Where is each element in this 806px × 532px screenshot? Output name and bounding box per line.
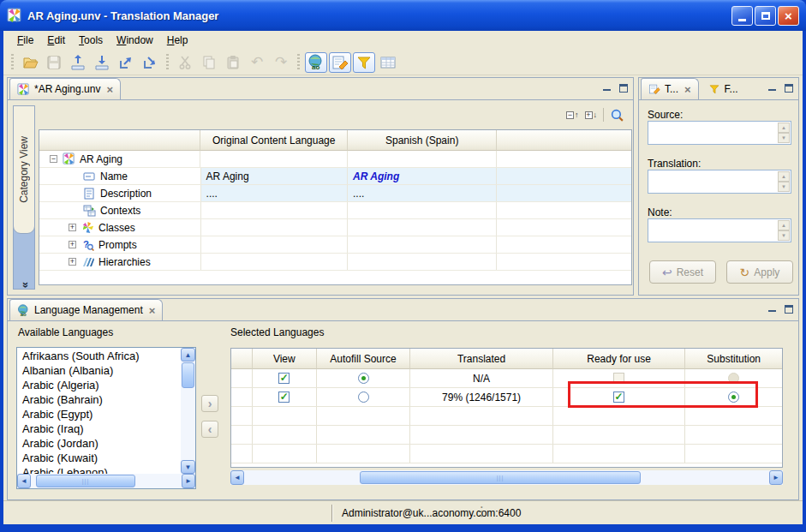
ready-for-use-checkbox[interactable] — [613, 392, 624, 403]
scrollbar-thumb[interactable] — [182, 362, 194, 388]
remove-language-button[interactable]: ‹ — [201, 421, 218, 438]
close-button[interactable]: × — [778, 6, 799, 26]
source-field[interactable]: ▲ ▼ — [648, 121, 791, 145]
list-item[interactable]: Arabic (Algeria) — [17, 378, 181, 392]
cell-spanish-translated[interactable]: AR Aging — [348, 168, 497, 184]
toolbar-grip[interactable] — [166, 54, 169, 71]
cell-original[interactable] — [200, 151, 348, 167]
scroll-down-icon[interactable]: ▼ — [778, 182, 790, 192]
view-maximize-icon[interactable] — [785, 305, 793, 314]
table-horizontal-scrollbar[interactable]: ◄ ► — [230, 470, 783, 485]
editor-tab-ar-aging[interactable]: *AR Aging.unv × — [9, 78, 121, 99]
cell-original[interactable] — [201, 236, 348, 253]
tree-row-hierarchies[interactable]: + Hierarchies — [39, 254, 631, 271]
language-row-2[interactable]: 79% (1246/1571) — [231, 388, 782, 407]
scroll-up-icon[interactable]: ▲ — [778, 220, 790, 230]
expand-toggle-icon[interactable]: + — [69, 258, 76, 266]
list-item[interactable]: Arabic (Iraq) — [17, 421, 181, 436]
tree-row-ar-aging[interactable]: − AR Aging — [39, 151, 631, 168]
scroll-down-icon[interactable]: ▼ — [778, 230, 790, 241]
scroll-down-icon[interactable]: ▼ — [181, 460, 195, 474]
tree-row-contexts[interactable]: Contexts — [39, 202, 631, 219]
tree-row-description[interactable]: Description .... .... — [39, 185, 631, 202]
open-button[interactable] — [19, 52, 41, 73]
view-checkbox[interactable] — [278, 373, 290, 384]
col-header-translated[interactable]: Translated — [410, 349, 552, 369]
export-translations-button[interactable] — [67, 52, 89, 73]
tree-row-prompts[interactable]: + ? Prompts — [39, 236, 631, 254]
translation-editor-button[interactable] — [329, 52, 351, 73]
paste-button[interactable] — [222, 52, 244, 73]
view-minimize-icon[interactable] — [768, 84, 778, 93]
tab-text-editor[interactable]: T... × — [641, 78, 699, 99]
col-header-ready-for-use[interactable]: Ready for use — [553, 349, 686, 369]
view-maximize-icon[interactable] — [619, 84, 628, 93]
collapse-chevron-icon[interactable]: « — [18, 274, 31, 296]
menu-edit[interactable]: Edit — [40, 32, 72, 49]
menu-tools[interactable]: Tools — [72, 32, 110, 49]
expand-all-button[interactable]: + ↓ — [585, 111, 598, 119]
maximize-button[interactable] — [755, 6, 776, 26]
list-item[interactable]: Arabic (Kuwait) — [17, 451, 181, 465]
ready-for-use-checkbox[interactable] — [613, 373, 624, 384]
horizontal-scrollbar[interactable]: ◄ ► — [17, 474, 195, 488]
tree-row-name[interactable]: Name AR Aging AR Aging — [39, 168, 631, 185]
save-button[interactable] — [43, 52, 65, 73]
language-management-button[interactable]: ao — [305, 52, 327, 73]
scroll-up-icon[interactable]: ▲ — [778, 123, 790, 133]
view-checkbox[interactable] — [278, 392, 290, 403]
add-language-button[interactable]: › — [201, 395, 218, 412]
vertical-scrollbar[interactable]: ▲ ▼ — [181, 348, 195, 474]
redo-button[interactable]: ↷ — [270, 52, 292, 73]
apply-button[interactable]: ↻ Apply — [726, 260, 793, 284]
tab-close-icon[interactable]: × — [149, 304, 156, 317]
search-icon[interactable] — [610, 108, 624, 123]
col-header-autofill-source[interactable]: Autofill Source — [317, 349, 411, 369]
scroll-right-icon[interactable]: ► — [182, 474, 195, 488]
collapse-all-button[interactable]: − ↑ — [566, 111, 579, 119]
cell-spanish[interactable] — [348, 219, 497, 236]
scrollbar-thumb[interactable] — [36, 475, 135, 487]
tab-close-icon[interactable]: × — [106, 83, 113, 96]
scrollbar-thumb[interactable] — [360, 471, 641, 484]
scroll-right-icon[interactable]: ► — [769, 470, 783, 485]
cell-original[interactable]: .... — [201, 185, 348, 201]
col-header-substitution[interactable]: Substitution — [685, 349, 782, 369]
export-to-file-button[interactable] — [115, 52, 137, 73]
scroll-up-icon[interactable]: ▲ — [778, 171, 790, 182]
col-header-original[interactable]: Original Content Language — [200, 130, 348, 151]
filter-button[interactable] — [353, 52, 375, 73]
tab-category-view[interactable]: Category View — [13, 105, 35, 234]
undo-button[interactable]: ↶ — [246, 52, 268, 73]
list-item[interactable]: Albanian (Albania) — [17, 363, 181, 378]
col-header-view[interactable]: View — [253, 349, 317, 369]
toolbar-grip[interactable] — [297, 54, 300, 71]
cell-original[interactable]: AR Aging — [201, 168, 348, 184]
autofill-source-radio[interactable] — [358, 373, 369, 384]
list-item[interactable]: Arabic (Lebanon) — [17, 465, 181, 474]
tab-filter[interactable]: F... — [701, 78, 746, 99]
tab-language-management[interactable]: ao Language Management × — [9, 299, 163, 320]
reset-button[interactable]: ↩ Reset — [649, 260, 716, 284]
cell-view-button[interactable] — [377, 52, 399, 73]
scroll-down-icon[interactable]: ▼ — [778, 133, 790, 143]
scroll-left-icon[interactable]: ◄ — [17, 474, 31, 488]
cell-spanish[interactable] — [348, 236, 497, 253]
col-header-spanish[interactable]: Spanish (Spain) — [348, 130, 498, 151]
view-maximize-icon[interactable] — [785, 84, 793, 93]
cell-original[interactable] — [201, 202, 348, 218]
cell-spanish[interactable] — [348, 254, 497, 270]
list-item[interactable]: Arabic (Jordan) — [17, 436, 181, 451]
language-row-1[interactable]: N/A — [231, 369, 782, 388]
scroll-up-icon[interactable]: ▲ — [181, 348, 195, 362]
cell-original[interactable] — [201, 254, 348, 270]
view-minimize-icon[interactable] — [603, 84, 612, 93]
scroll-left-icon[interactable]: ◄ — [230, 470, 244, 485]
menu-help[interactable]: Help — [160, 32, 195, 49]
translation-field[interactable]: ▲ ▼ — [648, 170, 791, 194]
view-minimize-icon[interactable] — [768, 305, 778, 314]
cut-button[interactable] — [174, 52, 196, 73]
substitution-radio[interactable] — [728, 373, 739, 384]
tab-close-icon[interactable]: × — [684, 83, 691, 96]
tree-row-classes[interactable]: + Classes — [39, 219, 631, 236]
